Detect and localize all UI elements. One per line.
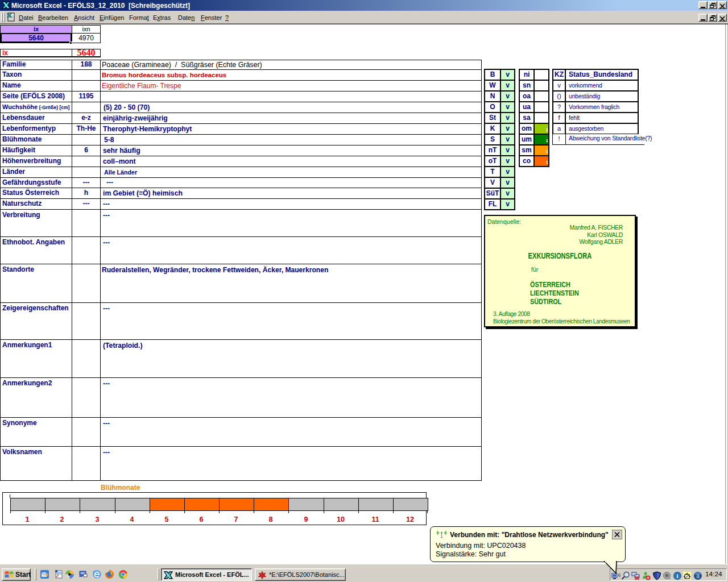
svg-text:i: i: [676, 572, 678, 579]
svg-text:a: a: [696, 573, 700, 579]
